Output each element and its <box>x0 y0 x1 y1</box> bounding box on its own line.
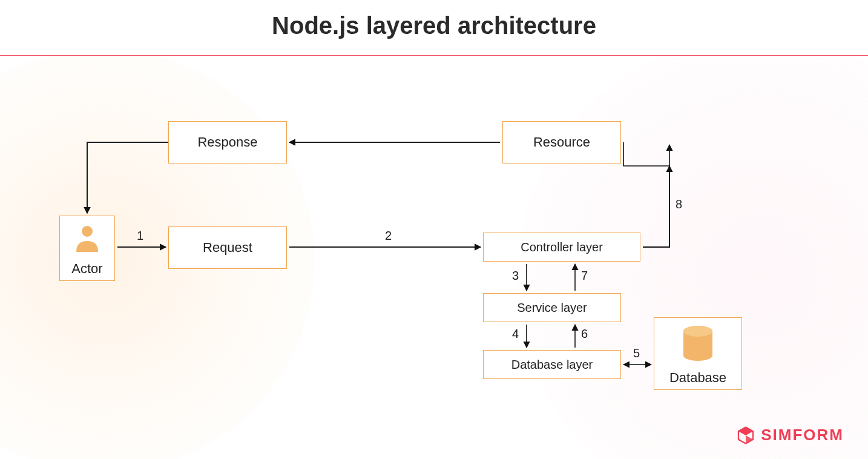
edge-response-to-actor <box>87 142 168 213</box>
page-title: Node.js layered architecture <box>0 12 868 39</box>
edge-label-7: 7 <box>581 269 588 283</box>
arrows-layer-2 <box>0 51 868 459</box>
diagram-canvas: 1 2 3 4 5 6 7 8 Actor Response Request R… <box>0 51 868 459</box>
edge-label-1: 1 <box>137 229 143 243</box>
title-bar: Node.js layered architecture <box>0 0 868 56</box>
brand-logo: SIMFORM <box>737 426 844 444</box>
edge-label-5: 5 <box>633 346 640 360</box>
edge-8 <box>643 166 669 247</box>
edge-label-2: 2 <box>385 229 392 243</box>
edge-label-4: 4 <box>512 327 519 341</box>
edge-label-3: 3 <box>512 269 519 283</box>
brand-name: SIMFORM <box>761 426 844 444</box>
simform-logo-icon <box>737 426 755 444</box>
edge-label-6: 6 <box>581 327 588 341</box>
edge-label-8: 8 <box>676 197 682 211</box>
